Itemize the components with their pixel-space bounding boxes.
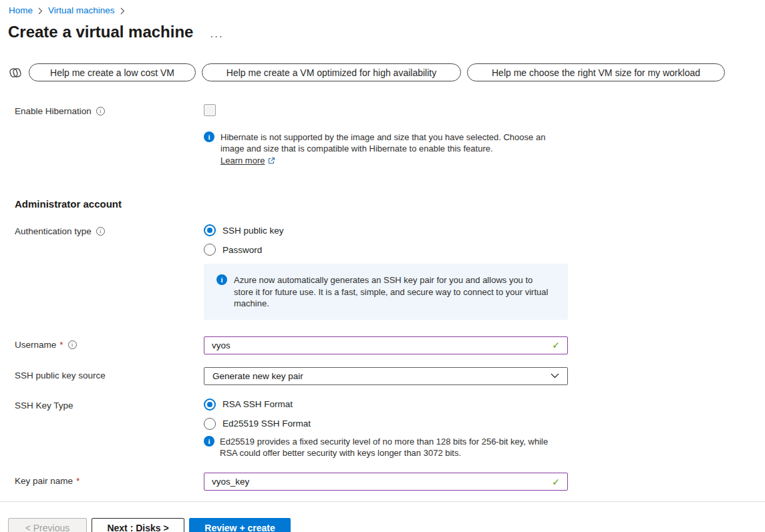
info-icon: i	[216, 274, 227, 285]
breadcrumb-link-virtual-machines[interactable]: Virtual machines	[48, 5, 115, 15]
ssh-key-type-radio-group: RSA SSH Format Ed25519 SSH Format	[204, 397, 568, 430]
username-input[interactable]	[212, 340, 547, 350]
breadcrumb: Home Virtual machines	[0, 0, 765, 15]
info-icon[interactable]: i	[96, 227, 105, 236]
info-icon: i	[204, 436, 214, 447]
radio-password-label: Password	[222, 245, 262, 255]
radio-rsa-label: RSA SSH Format	[222, 399, 293, 409]
key-pair-name-label: Key pair name	[15, 476, 73, 486]
copilot-suggestion-bar: Help me create a low cost VM Help me cre…	[8, 63, 765, 81]
ssh-key-source-label: SSH public key source	[15, 370, 106, 380]
chevron-right-icon	[38, 7, 43, 15]
key-pair-name-input-wrapper: ✓	[204, 473, 568, 491]
radio-rsa-ssh-format[interactable]: RSA SSH Format	[204, 398, 568, 411]
ssh-keypair-info-box: i Azure now automatically generates an S…	[204, 264, 568, 319]
radio-password[interactable]: Password	[204, 244, 568, 256]
info-icon: i	[204, 131, 214, 142]
ssh-key-type-label: SSH Key Type	[15, 401, 73, 411]
copilot-icon	[8, 65, 23, 80]
radio-unselected-icon	[204, 244, 216, 256]
radio-unselected-icon	[204, 418, 216, 430]
learn-more-link[interactable]: Learn more	[220, 155, 265, 166]
info-icon[interactable]: i	[96, 107, 105, 115]
chevron-down-icon	[551, 373, 559, 378]
ssh-keypair-info-text: Azure now automatically generates an SSH…	[234, 274, 552, 308]
hibernation-info-message: i Hibernate is not supported by the imag…	[204, 131, 765, 166]
next-disks-button[interactable]: Next : Disks >	[92, 518, 184, 532]
chevron-right-icon	[120, 7, 125, 15]
radio-ssh-public-key-label: SSH public key	[222, 226, 284, 236]
radio-ssh-public-key[interactable]: SSH public key	[204, 224, 568, 236]
username-label: Username	[15, 340, 56, 350]
required-marker: *	[76, 476, 80, 486]
valid-check-icon: ✓	[552, 477, 560, 487]
authentication-type-radio-group: SSH public key Password	[204, 223, 568, 256]
previous-button[interactable]: < Previous	[8, 518, 87, 532]
enable-hibernation-checkbox[interactable]	[204, 104, 216, 116]
valid-check-icon: ✓	[552, 340, 560, 350]
radio-selected-icon	[204, 398, 216, 411]
radio-selected-icon	[204, 224, 216, 236]
key-pair-name-input[interactable]	[212, 477, 547, 487]
breadcrumb-link-home[interactable]: Home	[9, 5, 33, 15]
administrator-account-heading: Administrator account	[15, 198, 765, 210]
ssh-key-type-note: i Ed25519 provides a fixed security leve…	[204, 436, 765, 459]
wizard-footer: < Previous Next : Disks > Review + creat…	[8, 518, 765, 532]
ssh-key-source-value: Generate new key pair	[212, 371, 303, 381]
enable-hibernation-label: Enable Hibernation	[15, 106, 92, 116]
more-options-button[interactable]: ...	[210, 31, 223, 37]
page-title: Create a virtual machine	[8, 23, 193, 41]
username-input-wrapper: ✓	[204, 336, 568, 354]
copilot-suggestion-vm-size[interactable]: Help me choose the right VM size for my …	[467, 63, 725, 81]
review-create-button[interactable]: Review + create	[189, 518, 291, 532]
hibernation-info-text: Hibernate is not supported by the image …	[220, 132, 545, 154]
copilot-suggestion-high-availability[interactable]: Help me create a VM optimized for high a…	[202, 63, 461, 81]
radio-ed25519-ssh-format[interactable]: Ed25519 SSH Format	[204, 418, 568, 430]
radio-ed25519-label: Ed25519 SSH Format	[222, 419, 311, 429]
copilot-suggestion-low-cost-vm[interactable]: Help me create a low cost VM	[29, 63, 196, 81]
authentication-type-label: Authentication type	[15, 226, 92, 236]
info-icon[interactable]: i	[68, 340, 77, 349]
required-marker: *	[59, 340, 63, 350]
external-link-icon	[268, 157, 275, 164]
footer-divider	[0, 501, 765, 502]
ssh-key-source-select[interactable]: Generate new key pair	[204, 367, 568, 385]
ssh-key-type-note-text: Ed25519 provides a fixed security level …	[220, 436, 554, 459]
